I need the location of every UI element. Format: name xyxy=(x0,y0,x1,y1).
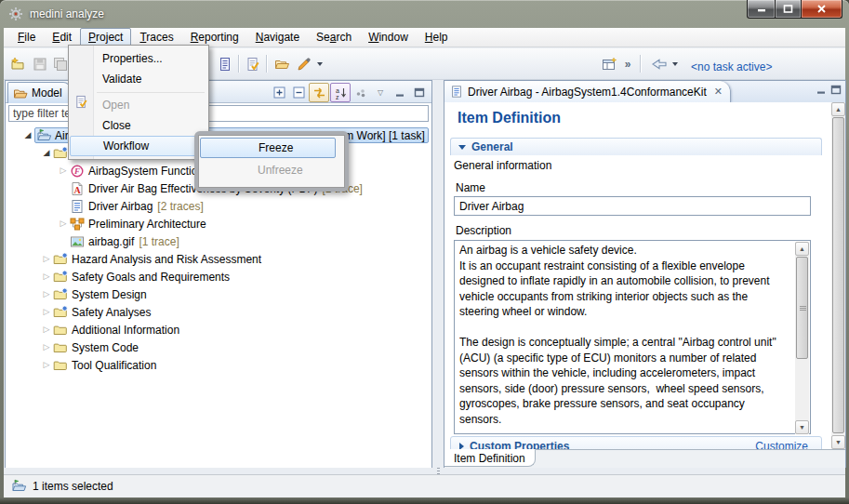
tab-model[interactable]: Model xyxy=(7,82,71,103)
menu-search[interactable]: Search xyxy=(308,28,360,46)
twistie-collapsed-icon[interactable]: ▷ xyxy=(40,285,53,303)
view-maximize-icon[interactable] xyxy=(410,84,429,101)
window-close-button[interactable] xyxy=(801,0,842,19)
tab-close-icon[interactable]: ✕ xyxy=(714,86,723,98)
twistie-collapsed-icon[interactable]: ▷ xyxy=(57,215,70,232)
window-minimize-button[interactable] xyxy=(747,0,776,19)
window-maximize-button[interactable] xyxy=(776,0,801,19)
menu-navigate[interactable]: Navigate xyxy=(247,28,308,46)
twistie-collapsed-icon[interactable]: ▷ xyxy=(40,338,53,356)
menu-help[interactable]: Help xyxy=(417,28,457,46)
tree-item-preliminary-architecture[interactable]: ▷ Preliminary Architecture xyxy=(8,215,429,232)
page-tab-item-definition[interactable]: Item Definition xyxy=(444,449,536,467)
view-minimize-icon[interactable] xyxy=(391,84,409,101)
twistie-collapsed-icon[interactable]: ▷ xyxy=(40,356,53,374)
sort-alphabetical-toggle[interactable]: a z xyxy=(330,83,351,102)
titlebar[interactable]: medini analyze xyxy=(0,0,849,28)
menu-item-properties[interactable]: Properties... xyxy=(70,48,207,69)
open-folder-button[interactable] xyxy=(272,54,292,74)
filters-dots-icon[interactable] xyxy=(352,84,370,101)
item-definition-form: Item Definition General General informat… xyxy=(444,102,831,449)
scroll-up-icon[interactable]: ▲ xyxy=(795,242,809,256)
menu-item-close[interactable]: Close xyxy=(70,115,207,136)
menu-window[interactable]: Window xyxy=(360,28,417,46)
view-maximize-icon[interactable] xyxy=(830,85,842,95)
project-icon xyxy=(11,479,27,494)
view-minimize-icon[interactable] xyxy=(816,85,827,95)
view-menu-chevron-icon[interactable]: ▽ xyxy=(371,84,390,101)
tree-item-tool-qualification[interactable]: ▷ Tool Qualification xyxy=(8,356,429,374)
submenu-item-freeze[interactable]: Freeze xyxy=(200,138,336,158)
scroll-down-icon[interactable]: ▼ xyxy=(795,420,809,434)
twistie-collapsed-icon[interactable]: ▷ xyxy=(40,250,53,268)
section-collapse-icon[interactable] xyxy=(458,145,466,150)
editor-tab-strip: Driver Airbag - AirbagSystem1.4Conforman… xyxy=(444,81,845,103)
back-arrow-button[interactable] xyxy=(649,54,670,74)
link-with-editor-toggle[interactable] xyxy=(309,83,329,102)
back-dropdown-arrow[interactable] xyxy=(670,54,681,74)
tree-item-hazard-analysis[interactable]: ▷ Hazard Analysis and Risk Assessment xyxy=(8,250,429,268)
menu-project[interactable]: Project xyxy=(80,28,131,46)
tree-item-additional-information[interactable]: ▷ Additional Information xyxy=(8,321,429,338)
twistie-collapsed-icon[interactable]: ▷ xyxy=(40,321,53,338)
twistie-expanded-icon[interactable]: ◢ xyxy=(40,144,53,162)
function-icon: F xyxy=(70,164,86,179)
folder-icon xyxy=(53,358,70,373)
section-expand-icon[interactable] xyxy=(459,443,464,449)
menu-edit[interactable]: Edit xyxy=(44,28,80,46)
menu-item-validate[interactable]: Validate xyxy=(70,69,207,89)
report-document-button[interactable] xyxy=(215,54,235,74)
validate-button[interactable] xyxy=(243,54,263,74)
tree-item-label: System Design xyxy=(72,288,147,301)
new-wizard-button[interactable] xyxy=(7,54,28,74)
svg-text:a: a xyxy=(336,86,339,93)
active-task-label[interactable]: <no task active> xyxy=(691,60,772,73)
workflow-submenu: Freeze Unfreeze xyxy=(194,131,349,192)
tree-item-label: Hazard Analysis and Risk Assessment xyxy=(72,253,261,266)
general-section-header[interactable]: General xyxy=(450,138,822,155)
twistie-expanded-icon[interactable]: ◢ xyxy=(21,126,34,144)
folder-icon xyxy=(53,340,70,355)
architecture-icon xyxy=(70,217,86,232)
twistie-collapsed-icon[interactable]: ▷ xyxy=(57,162,70,179)
svg-text:F: F xyxy=(73,166,80,176)
tree-item-system-design[interactable]: ▷ System Design xyxy=(8,285,429,303)
expand-all-icon[interactable] xyxy=(270,84,288,101)
menu-item-open[interactable]: Open xyxy=(70,95,207,115)
toolbar-separator xyxy=(266,55,267,73)
menu-reporting[interactable]: Reporting xyxy=(182,28,247,46)
menu-traces[interactable]: Traces xyxy=(131,28,181,46)
submenu-item-unfreeze[interactable]: Unfreeze xyxy=(200,160,336,180)
tree-item-driver-airbag[interactable]: Driver Airbag [2 traces] xyxy=(8,197,429,215)
menu-file[interactable]: File xyxy=(9,28,44,46)
brush-button[interactable] xyxy=(294,54,314,74)
description-scrollbar[interactable]: ▲ ▼ xyxy=(795,242,809,434)
app-window: medini analyze File Edit Project Traces … xyxy=(0,0,849,504)
folder-badge-icon xyxy=(53,270,70,285)
menu-item-workflow[interactable]: Workflow xyxy=(70,136,207,156)
scroll-up-icon[interactable]: ▲ xyxy=(831,102,845,116)
tree-item-airbag-gif[interactable]: airbag.gif [1 trace] xyxy=(8,232,429,250)
page-title: Item Definition xyxy=(458,110,561,126)
brush-dropdown-arrow[interactable] xyxy=(314,54,325,74)
custom-properties-section-header[interactable]: Custom Properties Customize xyxy=(450,436,822,449)
name-field[interactable] xyxy=(454,196,811,216)
editor-tab-driver-airbag[interactable]: Driver Airbag - AirbagSystem1.4Conforman… xyxy=(444,81,731,102)
description-field[interactable]: An airbag is a vehicle safety device. It… xyxy=(454,240,811,434)
open-perspective-button[interactable] xyxy=(599,54,619,74)
editor-scrollbar[interactable]: ▲ ▼ xyxy=(831,102,845,449)
perspective-overflow-chevron[interactable]: » xyxy=(620,54,635,74)
scrollbar-thumb[interactable] xyxy=(832,117,844,433)
trim-drag-handle[interactable] xyxy=(437,468,440,474)
collapse-all-icon[interactable] xyxy=(289,84,308,101)
twistie-collapsed-icon[interactable]: ▷ xyxy=(40,268,53,285)
tree-item-safety-analyses[interactable]: ▷ Safety Analyses xyxy=(8,303,429,321)
tree-item-safety-goals[interactable]: ▷ Safety Goals and Requirements xyxy=(8,268,429,285)
scrollbar-thumb[interactable] xyxy=(796,257,808,359)
customize-link[interactable]: Customize xyxy=(755,440,808,449)
scroll-down-icon[interactable]: ▼ xyxy=(831,435,845,449)
save-button-disabled[interactable] xyxy=(30,54,50,74)
tree-item-label: Tool Qualification xyxy=(72,359,156,372)
twistie-collapsed-icon[interactable]: ▷ xyxy=(40,303,53,321)
tree-item-system-code[interactable]: ▷ System Code xyxy=(8,338,429,356)
